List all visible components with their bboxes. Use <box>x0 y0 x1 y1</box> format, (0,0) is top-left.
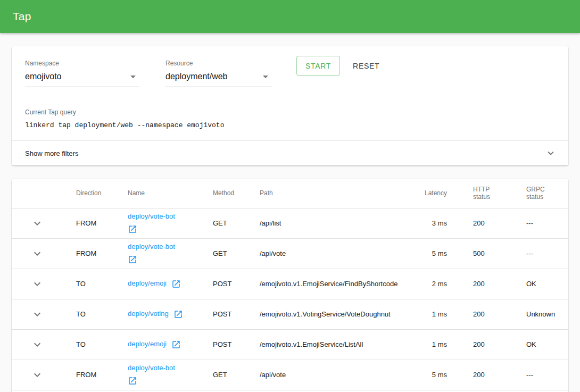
namespace-label: Namespace <box>25 60 139 67</box>
row-direction: FROM <box>76 360 128 390</box>
table-row: FROM deploy/vote-bot GET /api/list 3 ms … <box>12 208 568 238</box>
open-in-new-icon[interactable] <box>171 340 181 349</box>
table-row: FROM deploy/vote-bot GET /api/vote 5 ms … <box>12 360 568 390</box>
row-path: /emojivoto.v1.VotingService/VoteDoughnut <box>260 299 414 329</box>
open-in-new-icon[interactable] <box>128 255 213 264</box>
resource-link[interactable]: deploy/vote-bot <box>128 243 175 251</box>
expand-row-button[interactable] <box>31 247 44 260</box>
row-direction: FROM <box>76 238 128 269</box>
table-row: TO deploy/emoji POST /emojivoto.v1.Emoji… <box>12 269 568 299</box>
row-method: POST <box>213 269 260 299</box>
expand-row-button[interactable] <box>31 308 44 321</box>
chevron-down-icon <box>545 147 557 159</box>
row-http-status: 200 <box>447 299 526 329</box>
row-grpc-status: OK <box>526 329 568 360</box>
resource-link[interactable]: deploy/emoji <box>128 279 167 287</box>
resource-field: Resource deployment/web <box>165 60 272 87</box>
tap-filter-card: Namespace emojivoto Resource deployment/… <box>12 46 568 165</box>
header-path: Path <box>260 179 414 208</box>
row-http-status: 200 <box>447 329 526 360</box>
chevron-down-icon <box>31 338 44 351</box>
current-query-section: Current Tap query linkerd tap deployment… <box>12 107 568 129</box>
show-more-filters-toggle[interactable]: Show more filters <box>12 140 568 165</box>
resource-label: Resource <box>165 60 272 67</box>
row-latency: 3 ms <box>414 208 447 238</box>
dropdown-arrow-icon <box>259 70 272 83</box>
name-cell-content: deploy/vote-bot <box>128 212 213 234</box>
row-latency: 5 ms <box>414 360 447 390</box>
tap-form-row: Namespace emojivoto Resource deployment/… <box>12 46 568 87</box>
row-path: /emojivoto.v1.EmojiService/ListAll <box>260 329 414 360</box>
row-latency: 1 ms <box>414 299 447 329</box>
table-row: TO deploy/voting POST /emojivoto.v1.Voti… <box>12 299 568 329</box>
header-http-status: HTTP status <box>447 179 526 208</box>
tap-table-body: FROM deploy/vote-bot GET /api/list 3 ms … <box>12 208 568 390</box>
row-method: POST <box>213 299 260 329</box>
row-grpc-status: --- <box>526 238 568 269</box>
current-query-text: linkerd tap deployment/web --namespace e… <box>25 121 555 129</box>
row-latency: 5 ms <box>414 238 447 269</box>
row-path: /api/vote <box>260 360 414 390</box>
row-direction: TO <box>76 299 128 329</box>
app-bar: Tap <box>0 0 580 33</box>
row-grpc-status: OK <box>526 269 568 299</box>
chevron-down-icon <box>31 369 44 381</box>
header-grpc-status: GRPC status <box>526 179 568 208</box>
row-path: /emojivoto.v1.EmojiService/FindByShortco… <box>260 269 414 299</box>
chevron-down-icon <box>31 217 44 230</box>
open-in-new-icon[interactable] <box>128 224 213 234</box>
name-cell-content: deploy/emoji <box>128 279 213 289</box>
tap-results-table: Direction Name Method Path Latency HTTP … <box>12 179 568 390</box>
row-grpc-status: Unknown <box>526 299 568 329</box>
chevron-down-icon <box>31 247 44 260</box>
chevron-down-icon <box>31 308 44 321</box>
table-header-row: Direction Name Method Path Latency HTTP … <box>12 179 568 208</box>
resource-select[interactable]: deployment/web <box>165 70 272 87</box>
header-expand <box>12 179 76 208</box>
open-in-new-icon[interactable] <box>173 310 183 319</box>
page-title: Tap <box>13 10 31 23</box>
show-more-filters-label: Show more filters <box>25 149 78 157</box>
table-row: TO deploy/emoji POST /emojivoto.v1.Emoji… <box>12 329 568 360</box>
row-http-status: 200 <box>447 208 526 238</box>
tap-results-card: Direction Name Method Path Latency HTTP … <box>12 179 568 392</box>
resource-link[interactable]: deploy/emoji <box>128 340 167 348</box>
resource-link[interactable]: deploy/voting <box>128 310 169 318</box>
name-cell-content: deploy/voting <box>128 310 213 319</box>
name-cell-content: deploy/vote-bot <box>128 243 213 264</box>
namespace-field: Namespace emojivoto <box>25 60 139 87</box>
row-method: POST <box>213 329 260 360</box>
row-direction: TO <box>76 269 128 299</box>
header-direction: Direction <box>76 179 128 208</box>
reset-button[interactable]: RESET <box>349 56 384 76</box>
expand-row-button[interactable] <box>31 338 44 351</box>
row-method: GET <box>213 208 260 238</box>
name-cell-content: deploy/emoji <box>128 340 213 349</box>
open-in-new-icon[interactable] <box>171 279 181 289</box>
row-latency: 1 ms <box>414 329 447 360</box>
open-in-new-icon[interactable] <box>128 376 213 386</box>
namespace-select[interactable]: emojivoto <box>25 70 139 87</box>
expand-row-button[interactable] <box>31 217 44 230</box>
row-direction: FROM <box>76 208 128 238</box>
chevron-down-icon <box>31 278 44 290</box>
row-http-status: 200 <box>447 269 526 299</box>
resource-value: deployment/web <box>165 72 228 81</box>
header-name: Name <box>128 179 213 208</box>
resource-link[interactable]: deploy/vote-bot <box>128 212 175 220</box>
row-path: /api/list <box>260 208 414 238</box>
start-button[interactable]: START <box>296 56 340 76</box>
header-latency: Latency <box>414 179 447 208</box>
namespace-value: emojivoto <box>25 72 61 81</box>
row-direction: TO <box>76 329 128 360</box>
row-method: GET <box>213 238 260 269</box>
header-method: Method <box>213 179 260 208</box>
resource-link[interactable]: deploy/vote-bot <box>128 364 175 372</box>
row-http-status: 200 <box>447 360 526 390</box>
row-http-status: 500 <box>447 238 526 269</box>
expand-row-button[interactable] <box>31 369 44 381</box>
table-row: FROM deploy/vote-bot GET /api/vote 5 ms … <box>12 238 568 269</box>
current-query-label: Current Tap query <box>25 109 76 116</box>
dropdown-arrow-icon <box>127 70 139 83</box>
expand-row-button[interactable] <box>31 278 44 290</box>
